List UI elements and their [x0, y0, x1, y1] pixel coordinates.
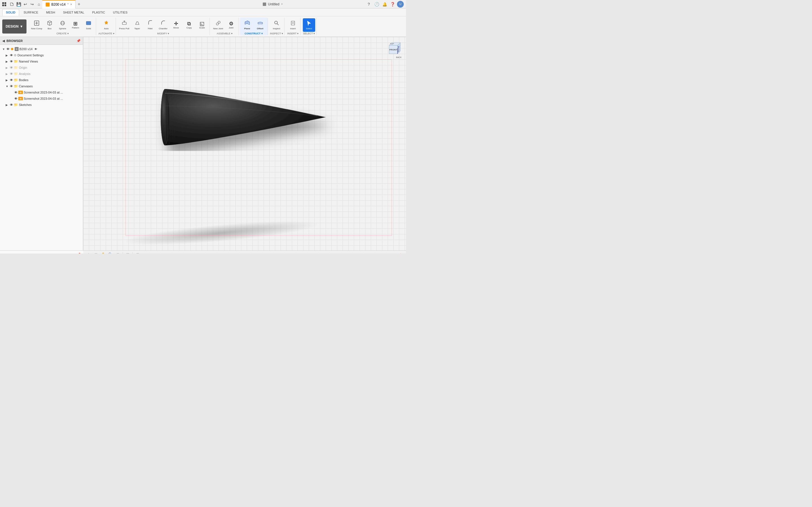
main-area: ◀ BROWSER 📌 ▼ 👁 B B200 v14 👁 ▶ 👁 ⚙ Docum…: [0, 37, 406, 253]
tree-item-doc-settings[interactable]: ▶ 👁 ⚙ Document Settings: [0, 52, 83, 58]
solid-tool[interactable]: Solid: [82, 18, 95, 32]
view-cube[interactable]: FRONT TOP RIGHT Z BACK: [384, 40, 403, 59]
doc-tab-modified: *: [67, 3, 69, 6]
browser-panel: ◀ BROWSER 📌 ▼ 👁 B B200 v14 👁 ▶ 👁 ⚙ Docum…: [0, 37, 83, 253]
tree-item-screenshot1[interactable]: ▶ 👁 🖼 Screenshot 2023-04-03 at ...: [0, 89, 83, 96]
scale-tool[interactable]: ◱ Scale: [196, 18, 208, 32]
status-pan-button[interactable]: ✋: [100, 251, 106, 254]
browser-tree: ▼ 👁 B B200 v14 👁 ▶ 👁 ⚙ Document Settings…: [0, 45, 83, 250]
3d-object: [134, 57, 337, 178]
copy-tool[interactable]: ⧉ Copy: [183, 18, 195, 32]
browser-pin-button[interactable]: 📌: [77, 39, 81, 43]
svg-rect-0: [2, 2, 4, 4]
tree-item-named-views[interactable]: ▶ 👁 📁 Named Views: [0, 58, 83, 64]
assemble-tools: New Joint ⚙ Joint: [212, 18, 238, 32]
notification-button[interactable]: 🔔: [381, 1, 388, 8]
insert-tool[interactable]: Insert: [287, 18, 299, 32]
chamfer-tool[interactable]: Chamfer: [157, 18, 169, 32]
select-tools: Select: [303, 18, 315, 32]
warning-icon[interactable]: ⚠: [398, 251, 404, 254]
user-avatar[interactable]: U: [397, 1, 404, 8]
title-bar-tabs: 💾 ↩ ↪ ⌂ B200 v14 * × +: [8, 0, 183, 8]
joint-tool[interactable]: ⚙ Joint: [225, 18, 238, 32]
folder-icon: 📁: [14, 103, 18, 107]
status-grid-button[interactable]: ⊞: [93, 251, 99, 254]
status-viewport-button[interactable]: ⊟: [135, 251, 141, 254]
inspect-tool[interactable]: Inspect: [270, 18, 283, 32]
move-tool[interactable]: ✛ Move: [170, 18, 183, 32]
redo-button[interactable]: ↪: [29, 1, 36, 8]
browser-collapse-button[interactable]: ◀: [2, 39, 5, 43]
doc-tab-close[interactable]: ×: [70, 3, 72, 6]
save-button[interactable]: 💾: [15, 1, 22, 8]
svg-rect-10: [86, 21, 91, 25]
pattern-tool[interactable]: ⊞ Pattern: [69, 18, 82, 32]
home-button[interactable]: ⌂: [36, 1, 42, 8]
press-pull-tool[interactable]: Press Pull: [118, 18, 131, 32]
ribbon-group-automate: Auto AUTOMATE ▾: [97, 18, 116, 35]
tree-item-analysis[interactable]: ▶ 👁 📁 Analysis: [0, 71, 83, 77]
viewport[interactable]: FRONT TOP RIGHT Z BACK ⊕ ⊞ ✋ 🔍 ⊡ ▣ ⊟: [83, 37, 406, 253]
svg-rect-17: [291, 21, 295, 25]
tab-plastic[interactable]: PLASTIC: [89, 9, 109, 16]
select-tool[interactable]: Select: [303, 18, 315, 32]
browser-header: ◀ BROWSER 📌: [0, 37, 83, 45]
automate-group-label: AUTOMATE ▾: [98, 32, 114, 35]
viewport-canvas[interactable]: FRONT TOP RIGHT Z BACK: [83, 37, 406, 253]
clock-button[interactable]: 🕐: [373, 1, 380, 8]
question-button[interactable]: ❓: [389, 1, 396, 8]
fillet-tool[interactable]: Fillet: [144, 18, 156, 32]
status-display-button[interactable]: ▣: [124, 251, 131, 254]
comments-collapse-button[interactable]: ◀: [2, 252, 5, 254]
automate-tools: Auto: [100, 18, 112, 32]
ribbon-group-construct: Plane Offset CONSTRUCT ▾: [240, 18, 268, 35]
tab-mesh[interactable]: MESH: [43, 9, 59, 16]
svg-rect-2: [2, 4, 4, 6]
tree-item-canvases[interactable]: ▼ 👁 📁 Canvases: [0, 83, 83, 89]
undo-button[interactable]: ↩: [22, 1, 29, 8]
tree-item-sketches[interactable]: ▶ 👁 📁 Sketches: [0, 102, 83, 108]
comments-panel: ◀ COMMENTS 📌: [0, 250, 83, 253]
doc-tab-b200[interactable]: B200 v14 * ×: [42, 0, 75, 8]
status-zoom-fit-button[interactable]: ⊡: [115, 251, 121, 254]
sphere-tool[interactable]: Sphere: [56, 18, 69, 32]
offset-plane-tool[interactable]: Offset: [254, 18, 266, 32]
create-tools: New Comp Box: [31, 18, 95, 32]
box-tool[interactable]: Box: [43, 18, 56, 32]
browser-title: BROWSER: [6, 39, 75, 43]
svg-rect-12: [122, 22, 126, 24]
help-button[interactable]: ?: [365, 1, 372, 8]
ribbon-group-inspect: Inspect INSPECT ▾: [269, 18, 285, 35]
create-component-tool[interactable]: New Comp: [31, 18, 43, 32]
status-bar: ⊕ ⊞ ✋ 🔍 ⊡ ▣ ⊟ ⚠: [83, 250, 406, 253]
automate-tool[interactable]: Auto: [100, 18, 112, 32]
tab-utilities[interactable]: UTILITIES: [110, 9, 131, 16]
new-tab-button[interactable]: +: [75, 1, 82, 8]
file-icon[interactable]: [8, 1, 15, 8]
ribbon-group-modify: Press Pull Taper F: [117, 18, 210, 35]
untitled-doc-icon: [263, 3, 266, 6]
new-joint-tool[interactable]: New Joint: [212, 18, 224, 32]
active-indicator: [11, 48, 13, 50]
tab-solid[interactable]: SOLID: [2, 9, 19, 16]
taper-tool[interactable]: Taper: [131, 18, 144, 32]
plane-tool[interactable]: Plane: [241, 18, 253, 32]
app-grid-button[interactable]: [0, 0, 8, 8]
tree-item-root[interactable]: ▼ 👁 B B200 v14 👁: [0, 46, 83, 52]
tree-item-bodies[interactable]: ▶ 👁 📁 Bodies: [0, 77, 83, 83]
tree-item-origin[interactable]: ▶ 👁 📁 Origin: [0, 64, 83, 71]
status-snap-button[interactable]: ⊕: [86, 251, 92, 254]
inspect-group-label: INSPECT ▾: [270, 32, 283, 35]
title-bar-actions: ? 🕐 🔔 ❓ U: [363, 1, 406, 8]
status-zoom-button[interactable]: 🔍: [107, 251, 114, 254]
tab-sheet-metal[interactable]: SHEET METAL: [59, 9, 87, 16]
ribbon-group-create: New Comp Box: [29, 18, 96, 35]
tab-surface[interactable]: SURFACE: [20, 9, 42, 16]
tree-item-screenshot2[interactable]: ▶ 👁 🖼 Screenshot 2023-04-03 at ...: [0, 96, 83, 102]
canvas-thumbnail: 🖼: [18, 91, 23, 94]
close-untitled[interactable]: ×: [281, 3, 283, 6]
comments-pin-button[interactable]: 📌: [77, 252, 81, 254]
inspect-tools: Inspect: [270, 18, 283, 32]
svg-point-22: [161, 91, 168, 144]
design-dropdown[interactable]: DESIGN ▼: [2, 19, 27, 34]
